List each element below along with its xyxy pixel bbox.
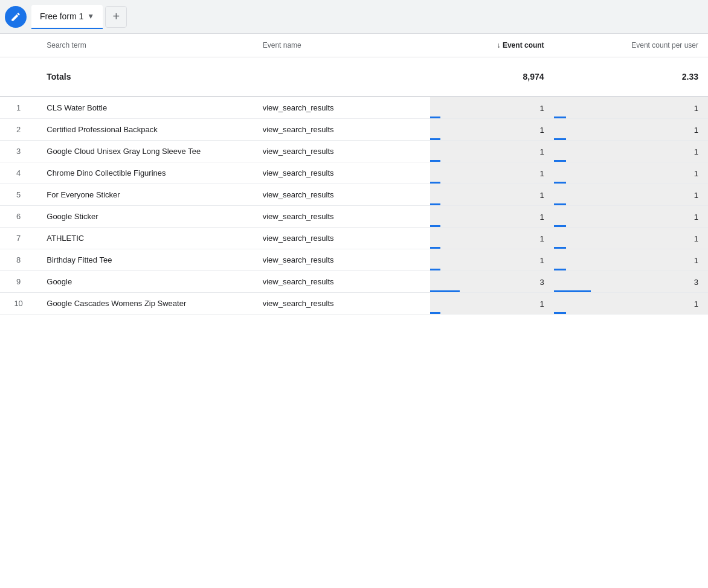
event-count-cell: 1 [430, 119, 553, 141]
event-name-cell: view_search_results [253, 249, 431, 271]
event-name-cell: view_search_results [253, 228, 431, 249]
row-index: 10 [0, 293, 37, 315]
event-count-cell: 1 [430, 228, 553, 249]
event-count-cell: 1 [430, 293, 553, 315]
add-tab-button[interactable]: + [105, 6, 127, 28]
row-index: 5 [0, 184, 37, 206]
totals-label: Totals [47, 72, 71, 81]
totals-row: Totals 8,974 2.33 [0, 57, 708, 97]
event-name-cell: view_search_results [253, 184, 431, 206]
event-name-cell: view_search_results [253, 293, 431, 315]
table-row: 8Birthday Fitted Teeview_search_results1… [0, 249, 708, 271]
totals-index-cell [0, 57, 37, 97]
search-term-cell: Google [37, 271, 253, 293]
plus-icon: + [112, 10, 120, 24]
event-name-cell: view_search_results [253, 162, 431, 184]
tab-name-label: Free form 1 [40, 11, 83, 21]
col-header-event-count-per-user[interactable]: Event count per user [554, 34, 708, 57]
table-row: 9Googleview_search_results33 [0, 271, 708, 293]
event-name-cell: view_search_results [253, 97, 431, 119]
event-count-value: 3 [430, 272, 553, 290]
event-count-value: 1 [430, 98, 553, 117]
search-term-cell: Certified Professional Backpack [37, 119, 253, 141]
event-count-cell: 1 [430, 141, 553, 162]
event-count-per-user-value: 1 [554, 206, 708, 225]
row-index: 6 [0, 206, 37, 228]
row-index: 4 [0, 162, 37, 184]
event-count-per-user-bar [554, 312, 566, 314]
tab-name-button[interactable]: Free form 1 ▼ [31, 5, 103, 29]
event-count-value: 1 [430, 185, 553, 203]
event-count-per-user-value: 1 [554, 228, 708, 247]
row-index: 9 [0, 271, 37, 293]
event-name-cell: view_search_results [253, 141, 431, 162]
event-count-cell: 3 [430, 271, 553, 293]
edit-tab-button[interactable] [5, 6, 27, 28]
event-count-per-user-cell: 1 [554, 97, 708, 119]
event-count-per-user-value: 1 [554, 141, 708, 160]
search-term-cell: CLS Water Bottle [37, 97, 253, 119]
totals-label-cell: Totals [37, 57, 253, 97]
search-term-cell: Birthday Fitted Tee [37, 249, 253, 271]
table-row: 7ATHLETICview_search_results11 [0, 228, 708, 249]
search-term-cell: Google Sticker [37, 206, 253, 228]
col-header-event-name[interactable]: Event name [253, 34, 431, 57]
col-header-index [0, 34, 37, 57]
row-index: 2 [0, 119, 37, 141]
event-count-value: 1 [430, 293, 553, 312]
event-count-per-user-cell: 1 [554, 162, 708, 184]
event-count-value: 1 [430, 163, 553, 182]
table-header-row: Search term Event name ↓ Event count Eve… [0, 34, 708, 57]
data-table-wrapper: Search term Event name ↓ Event count Eve… [0, 34, 708, 315]
row-index: 1 [0, 97, 37, 119]
table-row: 4Chrome Dino Collectible Figurinesview_s… [0, 162, 708, 184]
event-count-per-user-value: 1 [554, 120, 708, 138]
search-term-cell: Chrome Dino Collectible Figurines [37, 162, 253, 184]
row-index: 7 [0, 228, 37, 249]
event-count-cell: 1 [430, 249, 553, 271]
col-header-event-count[interactable]: ↓ Event count [430, 34, 553, 57]
row-index: 3 [0, 141, 37, 162]
table-row: 6Google Stickerview_search_results11 [0, 206, 708, 228]
event-count-per-user-value: 1 [554, 293, 708, 312]
event-count-bar [430, 312, 440, 314]
event-count-per-user-cell: 1 [554, 206, 708, 228]
event-name-cell: view_search_results [253, 271, 431, 293]
event-count-cell: 1 [430, 184, 553, 206]
event-count-per-user-cell: 1 [554, 249, 708, 271]
search-term-cell: Google Cloud Unisex Gray Long Sleeve Tee [37, 141, 253, 162]
table-row: 1CLS Water Bottleview_search_results11 [0, 97, 708, 119]
search-term-cell: Google Cascades Womens Zip Sweater [37, 293, 253, 315]
event-count-per-user-cell: 1 [554, 228, 708, 249]
event-count-per-user-value: 1 [554, 250, 708, 269]
event-count-value: 1 [430, 250, 553, 269]
event-name-cell: view_search_results [253, 206, 431, 228]
event-count-per-user-value: 1 [554, 185, 708, 203]
event-count-per-user-cell: 3 [554, 271, 708, 293]
tab-bar: Free form 1 ▼ + [0, 0, 708, 34]
event-count-per-user-value: 1 [554, 98, 708, 117]
data-table: Search term Event name ↓ Event count Eve… [0, 34, 708, 315]
event-count-per-user-cell: 1 [554, 184, 708, 206]
event-count-value: 1 [430, 141, 553, 160]
totals-event-count-per-user: 2.33 [554, 57, 708, 97]
event-name-cell: view_search_results [253, 119, 431, 141]
col-header-search-term[interactable]: Search term [37, 34, 253, 57]
event-count-per-user-value: 1 [554, 163, 708, 182]
table-row: 5For Everyone Stickerview_search_results… [0, 184, 708, 206]
event-count-value: 1 [430, 206, 553, 225]
row-index: 8 [0, 249, 37, 271]
event-count-value: 1 [430, 228, 553, 247]
event-count-per-user-cell: 1 [554, 119, 708, 141]
event-count-cell: 1 [430, 206, 553, 228]
totals-event-cell [253, 57, 431, 97]
event-count-cell: 1 [430, 97, 553, 119]
table-row: 3Google Cloud Unisex Gray Long Sleeve Te… [0, 141, 708, 162]
event-count-value: 1 [430, 120, 553, 138]
event-count-per-user-cell: 1 [554, 141, 708, 162]
totals-event-count: 8,974 [430, 57, 553, 97]
search-term-cell: ATHLETIC [37, 228, 253, 249]
event-count-per-user-cell: 1 [554, 293, 708, 315]
search-term-cell: For Everyone Sticker [37, 184, 253, 206]
event-count-per-user-value: 3 [554, 272, 708, 290]
